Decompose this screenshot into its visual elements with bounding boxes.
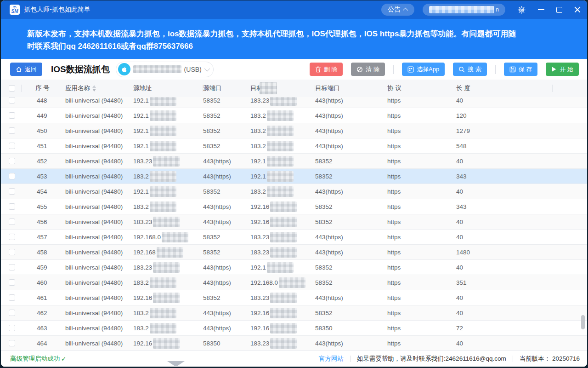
cell-src-port: 58352 xyxy=(203,230,250,244)
src-blurred xyxy=(150,97,176,106)
chevron-down-icon xyxy=(204,66,210,72)
cell-length: 40 xyxy=(456,97,553,108)
row-checkbox[interactable] xyxy=(9,203,15,210)
dst-prefix: 183.2 xyxy=(250,143,266,150)
row-checkbox[interactable] xyxy=(9,218,15,225)
table-row[interactable]: 451bili-universal (94480)192.158352183.2… xyxy=(1,138,587,154)
device-usb-label: (USB) xyxy=(184,66,202,73)
sort-caret-icon[interactable] xyxy=(92,85,96,92)
official-site-link[interactable]: 官方网站 xyxy=(319,355,344,363)
table-row[interactable]: 462bili-universal (94480)183.2443(https)… xyxy=(1,305,587,321)
toolbar: 返回 IOS数据流抓包 (USB) 删 除 xyxy=(1,59,587,80)
cell-dst-address: 192.168.0 xyxy=(250,275,315,290)
cell-src-port: 58350 xyxy=(203,336,250,351)
start-button[interactable]: 开 始 xyxy=(546,63,579,76)
select-all-checkbox[interactable] xyxy=(9,85,15,92)
cell-filler xyxy=(553,230,587,244)
cell-dst-port: 443(https) xyxy=(315,108,387,123)
dst-prefix: 192.168.0 xyxy=(250,279,278,286)
header-length: 长 度 xyxy=(456,80,553,97)
cell-protocol: https xyxy=(387,199,456,214)
src-prefix: 192.168 xyxy=(133,249,156,256)
cell-dst-address: 183.2 xyxy=(250,138,315,153)
delete-button[interactable]: 删 除 xyxy=(310,63,343,76)
table-row[interactable]: 454bili-universal (94480)192.158352183.2… xyxy=(1,184,587,199)
cell-length: 40 xyxy=(456,214,553,229)
table-row[interactable]: 452bili-universal (94480)183.23443(https… xyxy=(1,154,587,169)
row-checkbox[interactable] xyxy=(9,279,15,286)
announcement-button[interactable]: 公告 xyxy=(381,4,414,16)
row-checkbox[interactable] xyxy=(9,294,15,301)
cell-index: 449 xyxy=(22,108,65,123)
table-row[interactable]: 458bili-universal (94480)192.16858352183… xyxy=(1,245,587,260)
table-row[interactable]: 464bili-universal (94480)192.1658350183.… xyxy=(1,336,587,351)
table-row[interactable]: 450bili-universal (94480)192.158352183.2… xyxy=(1,123,587,138)
cell-index: 452 xyxy=(22,154,65,168)
row-checkbox[interactable] xyxy=(9,310,15,316)
row-checkbox[interactable] xyxy=(9,340,15,346)
search-button[interactable]: 搜 索 xyxy=(453,63,487,76)
cell-protocol: https xyxy=(387,184,456,199)
page-title: IOS数据流抓包 xyxy=(51,63,110,75)
titlebar: SM 抓包大师-抓包如此简单 公告 n xyxy=(1,0,587,19)
account-pill[interactable]: n xyxy=(423,4,505,16)
row-checkbox[interactable] xyxy=(9,234,15,240)
cell-index: 448 xyxy=(22,97,65,108)
row-checkbox[interactable] xyxy=(9,188,15,195)
back-button[interactable]: 返回 xyxy=(10,63,42,76)
row-checkbox[interactable] xyxy=(9,97,15,104)
row-checkbox[interactable] xyxy=(9,158,15,164)
cell-dst-port: 443(https) xyxy=(315,97,387,108)
table-row[interactable]: 463bili-universal (94480)183.2443(https)… xyxy=(1,321,587,336)
cell-app-name: bili-universal (94480) xyxy=(65,138,133,153)
row-checkbox[interactable] xyxy=(9,249,15,255)
cell-length: 40 xyxy=(456,290,553,305)
table-rows: 448bili-universal (94480)192.158352183.2… xyxy=(1,97,587,351)
row-checkbox[interactable] xyxy=(9,264,15,270)
row-checkbox-cell xyxy=(1,154,22,168)
cell-index: 453 xyxy=(22,169,65,184)
dst-blurred xyxy=(267,141,294,151)
table-row[interactable]: 448bili-universal (94480)192.158352183.2… xyxy=(1,97,587,108)
table-row[interactable]: 456bili-universal (94480)183.23443(https… xyxy=(1,214,587,230)
maximize-button[interactable] xyxy=(556,7,562,13)
save-button[interactable]: 保 存 xyxy=(504,63,538,76)
cell-src-port: 58352 xyxy=(203,97,250,108)
table-row[interactable]: 461bili-universal (94480)192.1658352183.… xyxy=(1,290,587,305)
cell-dst-address: 192.1 xyxy=(250,260,315,275)
clear-button[interactable]: 清 除 xyxy=(351,63,385,76)
minimize-button[interactable] xyxy=(538,9,544,10)
header-src-address: 源地址 xyxy=(133,80,203,97)
table-row[interactable]: 453bili-universal (94480)183.2443(https)… xyxy=(1,169,587,184)
dst-blurred xyxy=(267,186,294,197)
row-checkbox[interactable] xyxy=(9,127,15,134)
scrollbar-thumb[interactable] xyxy=(581,315,585,329)
cell-index: 450 xyxy=(22,123,65,138)
src-prefix: 183.2 xyxy=(133,173,149,180)
footer-divider xyxy=(350,356,351,362)
table-row[interactable]: 455bili-universal (94480)183.2443(https)… xyxy=(1,199,587,214)
apple-icon xyxy=(118,63,130,75)
header-app-name[interactable]: 应用名称 xyxy=(65,80,133,97)
table-row[interactable]: 460bili-universal (94480)183.2443(https)… xyxy=(1,275,587,290)
dst-prefix: 192.1 xyxy=(250,264,266,271)
dst-blurred xyxy=(270,217,297,227)
close-button[interactable] xyxy=(574,6,581,13)
help-text: 如果需要帮助，请及时联系我们:2462611616@qq.com xyxy=(357,355,506,363)
table-row[interactable]: 459bili-universal (94480)183.23443(https… xyxy=(1,260,587,275)
row-checkbox[interactable] xyxy=(9,173,15,179)
cell-app-name: bili-universal (94480) xyxy=(65,123,133,138)
table-row[interactable]: 449bili-universal (94480)192.158352183.2… xyxy=(1,108,587,123)
dst-prefix: 192.16 xyxy=(250,325,269,332)
cell-protocol: https xyxy=(387,275,456,290)
table-row[interactable]: 457bili-universal (94480)192.168.0583521… xyxy=(1,230,587,245)
settings-button[interactable] xyxy=(517,6,526,14)
device-selector[interactable]: (USB) xyxy=(116,62,214,77)
row-checkbox[interactable] xyxy=(9,325,15,331)
cell-src-address: 192.1 xyxy=(133,108,203,123)
row-checkbox[interactable] xyxy=(9,112,15,119)
row-checkbox[interactable] xyxy=(9,143,15,149)
select-app-button[interactable]: 选择App xyxy=(402,63,445,76)
cell-filler xyxy=(553,169,587,184)
src-prefix: 192.1 xyxy=(133,112,149,119)
